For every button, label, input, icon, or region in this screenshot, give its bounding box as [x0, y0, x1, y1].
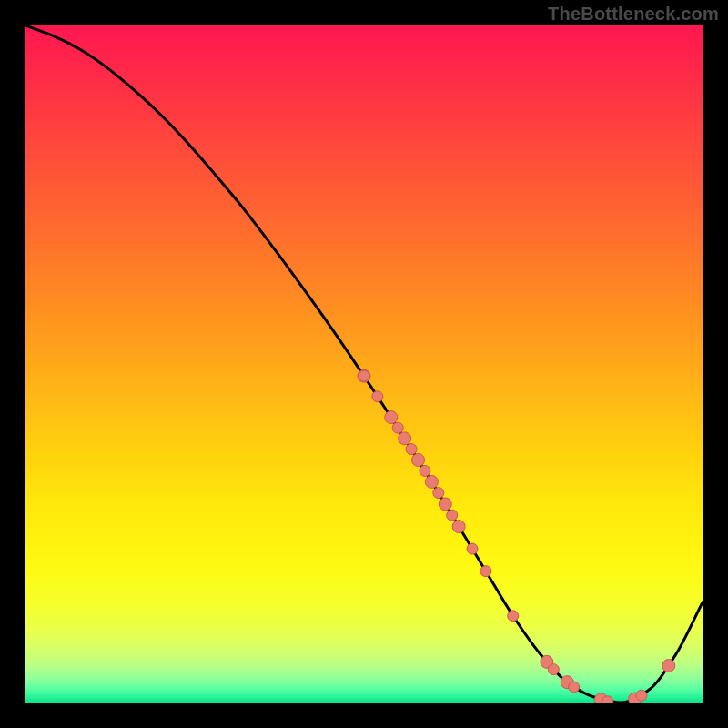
scatter-dot	[385, 411, 398, 424]
scatter-dot	[420, 465, 430, 476]
scatter-dot	[467, 543, 478, 554]
scatter-dot	[508, 611, 519, 622]
scatter-dot	[548, 664, 559, 675]
scatter-dot	[480, 566, 491, 577]
curve-layer	[25, 25, 703, 703]
scatter-dot	[372, 391, 383, 402]
watermark-text: TheBottleneck.com	[548, 4, 719, 25]
scatter-dot	[399, 432, 411, 445]
chart-stage: TheBottleneck.com	[0, 0, 728, 728]
curve-path	[25, 25, 703, 703]
scatter-dot	[359, 370, 369, 381]
scatter-dot	[452, 521, 465, 533]
scatter-dot	[636, 690, 647, 701]
scatter-dot	[447, 510, 458, 521]
scatter-dot	[412, 453, 425, 466]
scatter-dot	[569, 682, 580, 693]
scatter-dot	[392, 422, 403, 433]
scatter-dot	[406, 444, 417, 455]
scatter-dot	[662, 660, 675, 672]
scatter-dot	[439, 498, 451, 511]
scatter-dot	[425, 475, 438, 488]
scatter-dot	[433, 488, 444, 499]
plot-area	[25, 25, 703, 703]
scatter-dots	[358, 369, 675, 703]
scatter-dot	[602, 696, 613, 703]
